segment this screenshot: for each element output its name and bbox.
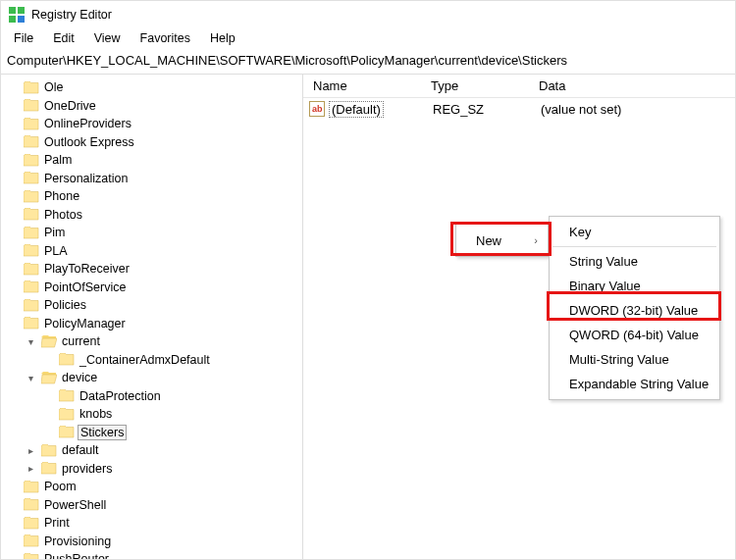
tree-item-label: PushRouter (42, 552, 111, 559)
tree-item[interactable]: PLA (1, 242, 302, 261)
menu-file[interactable]: File (6, 29, 41, 47)
tree-item-label: Ole (42, 80, 65, 94)
tree-item[interactable]: PolicyManager (1, 315, 302, 333)
tree-item[interactable]: Print (1, 514, 302, 533)
folder-icon (23, 135, 39, 149)
tree-item-label: Palm (42, 153, 74, 167)
folder-icon (23, 498, 39, 512)
tree-item-label: OnlineProviders (42, 117, 133, 130)
tree-item-label: PowerShell (42, 498, 108, 512)
folder-icon (23, 226, 39, 239)
tree-item[interactable]: Provisioning (1, 533, 302, 551)
titlebar: Registry Editor (1, 1, 735, 27)
submenu-string[interactable]: String Value (550, 249, 719, 274)
folder-icon (40, 334, 57, 348)
values-pane[interactable]: Name Type Data ab (Default) REG_SZ (valu… (303, 75, 735, 559)
folder-icon (23, 262, 39, 276)
submenu-key[interactable]: Key (550, 220, 719, 244)
context-submenu-new: Key String Value Binary Value DWORD (32-… (549, 216, 720, 400)
tree-item[interactable]: PushRouter (1, 550, 302, 559)
tree-item[interactable]: Stickers (1, 424, 302, 442)
tree-item-label: Provisioning (42, 535, 113, 548)
col-header-type[interactable]: Type (421, 78, 529, 93)
folder-icon (23, 298, 39, 312)
registry-editor-window: Registry Editor File Edit View Favorites… (0, 0, 736, 560)
tree-pane[interactable]: OleOneDriveOnlineProvidersOutlook Expres… (1, 75, 303, 559)
menu-edit[interactable]: Edit (45, 29, 82, 47)
submenu-dword[interactable]: DWORD (32-bit) Value (550, 298, 719, 323)
tree-item-label: Pim (42, 226, 68, 239)
submenu-multi-string[interactable]: Multi-String Value (550, 347, 719, 372)
folder-icon (40, 462, 57, 476)
tree-item[interactable]: Personalization (1, 170, 302, 188)
svg-rect-1 (18, 7, 25, 14)
tree-item[interactable]: ▾device (1, 369, 302, 387)
tree-item-label: PointOfService (42, 280, 128, 294)
submenu-expandable-string[interactable]: Expandable String Value (550, 372, 719, 396)
col-header-data[interactable]: Data (529, 78, 735, 93)
tree-item[interactable]: Policies (1, 296, 302, 315)
folder-icon (40, 443, 57, 457)
tree-item[interactable]: ▸providers (1, 460, 302, 479)
col-header-name[interactable]: Name (303, 78, 421, 93)
tree-item[interactable]: _ContainerAdmxDefault (1, 351, 302, 370)
tree-item[interactable]: Palm (1, 151, 302, 170)
tree-item-label: Stickers (78, 425, 127, 440)
folder-icon (58, 389, 75, 403)
menu-favorites[interactable]: Favorites (132, 29, 198, 47)
tree-item-label: PlayToReceiver (42, 262, 131, 276)
folder-icon (58, 353, 75, 367)
tree-item[interactable]: Phone (1, 187, 302, 206)
list-row-default[interactable]: ab (Default) REG_SZ (value not set) (303, 98, 735, 120)
tree-item[interactable]: DataProtection (1, 387, 302, 406)
tree-item[interactable]: Pim (1, 224, 302, 242)
tree-item-label: Phone (42, 189, 81, 203)
folder-icon (23, 280, 39, 294)
tree-item-label: _ContainerAdmxDefault (78, 353, 212, 367)
menu-help[interactable]: Help (202, 29, 243, 47)
folder-icon (23, 317, 39, 331)
folder-icon (23, 552, 39, 559)
chevron-right-icon[interactable]: ▸ (25, 445, 37, 456)
chevron-down-icon[interactable]: ▾ (25, 373, 37, 383)
chevron-right-icon: › (534, 234, 538, 246)
chevron-down-icon[interactable]: ▾ (25, 336, 37, 347)
folder-icon (23, 117, 39, 130)
tree-item[interactable]: Photos (1, 206, 302, 225)
svg-text:ab: ab (312, 104, 323, 114)
folder-icon (23, 172, 39, 185)
tree-item-label: device (60, 371, 99, 384)
submenu-qword[interactable]: QWORD (64-bit) Value (550, 323, 719, 347)
address-bar[interactable]: Computer\HKEY_LOCAL_MACHINE\SOFTWARE\Mic… (1, 49, 735, 75)
tree-item-label: default (60, 443, 101, 457)
value-type: REG_SZ (423, 102, 531, 117)
tree-item-label: Personalization (42, 172, 130, 185)
tree-item-label: PolicyManager (42, 317, 128, 331)
tree-item[interactable]: OnlineProviders (1, 115, 302, 133)
tree-item[interactable]: OneDrive (1, 97, 302, 116)
tree-item-label: PLA (42, 244, 70, 258)
context-menu-new-label: New (476, 233, 501, 248)
svg-rect-2 (9, 16, 16, 23)
context-menu-new[interactable]: New › (456, 228, 548, 253)
tree-item[interactable]: knobs (1, 405, 302, 424)
tree-item[interactable]: PowerShell (1, 496, 302, 515)
tree-item[interactable]: Poom (1, 478, 302, 496)
tree-item-label: Policies (42, 298, 88, 312)
tree-item[interactable]: Outlook Express (1, 133, 302, 152)
folder-icon (23, 244, 39, 258)
tree-item-label: Print (42, 516, 72, 530)
tree-item[interactable]: ▾current (1, 332, 302, 351)
tree-item[interactable]: Ole (1, 78, 302, 97)
submenu-binary[interactable]: Binary Value (550, 274, 719, 298)
tree-item-label: knobs (78, 407, 114, 421)
tree-item[interactable]: PlayToReceiver (1, 260, 302, 279)
menubar: File Edit View Favorites Help (1, 27, 735, 49)
tree-item[interactable]: ▸default (1, 441, 302, 460)
tree-item[interactable]: PointOfService (1, 279, 302, 297)
chevron-right-icon[interactable]: ▸ (25, 463, 37, 474)
folder-icon (40, 371, 57, 384)
folder-icon (58, 426, 75, 439)
menu-view[interactable]: View (86, 29, 129, 47)
folder-icon (23, 208, 39, 222)
